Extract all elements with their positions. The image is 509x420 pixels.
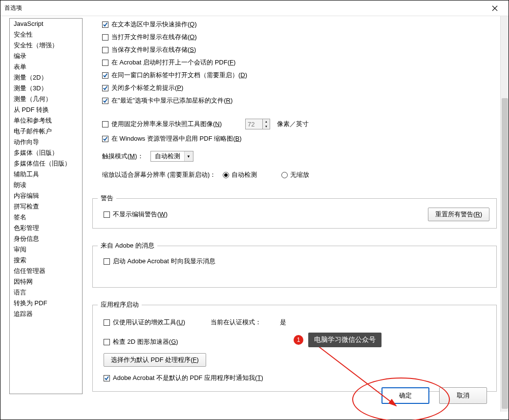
sidebar-item[interactable]: 身份信息: [10, 233, 82, 244]
sidebar-item[interactable]: 单位和参考线: [10, 115, 82, 126]
sidebar-item[interactable]: 从 PDF 转换: [10, 105, 82, 115]
checkbox-icon: [104, 319, 110, 326]
sidebar-item[interactable]: 多媒体（旧版）: [10, 147, 82, 158]
row-fixed-resolution: 使用固定分辨率来显示快照工具图像(N) ▲▼ 像素／英寸: [102, 116, 497, 132]
spin-up-icon[interactable]: ▲: [263, 119, 270, 124]
checkbox-icon: [104, 339, 110, 345]
chk-show-adobe-messages[interactable]: 启动 Adobe Acrobat 时向我显示消息: [104, 255, 489, 268]
sidebar-item[interactable]: 转换为 PDF: [10, 298, 82, 309]
chk-open-in-tabs[interactable]: 在同一窗口的新标签中打开文档（需要重启）(D): [102, 69, 497, 82]
reset-warnings-button[interactable]: 重置所有警告(R): [428, 208, 489, 221]
resolution-field[interactable]: [246, 121, 262, 128]
sidebar-item[interactable]: 签名: [10, 212, 82, 223]
preferences-window: 首选项 JavaScript安全性安全性（增强）编录表单测量（2D）测量（3D）…: [0, 0, 509, 420]
row-touch-mode: 触摸模式(M)： 自动检测 ▼: [102, 149, 497, 164]
sidebar-item[interactable]: 信任管理器: [10, 266, 82, 276]
sidebar-item[interactable]: 审阅: [10, 244, 82, 255]
checkbox-icon: [102, 47, 108, 53]
checkbox-icon: [104, 258, 110, 265]
sidebar-item[interactable]: 因特网: [10, 276, 82, 287]
zoom-label: 缩放以适合屏幕分辨率 (需要重新启动)：: [102, 170, 216, 179]
sidebar-item[interactable]: 测量（几何）: [10, 94, 82, 105]
sidebar-item[interactable]: 追踪器: [10, 309, 82, 319]
checkbox-icon: [102, 21, 108, 28]
spin-down-icon[interactable]: ▼: [263, 124, 270, 129]
chk-prompt-close-tabs[interactable]: 关闭多个标签之前提示(P): [102, 82, 497, 94]
row-zoom-mode: 缩放以适合屏幕分辨率 (需要重新启动)： 自动检测 无缩放: [102, 168, 497, 181]
footer-buttons: 确定 取消: [382, 387, 487, 404]
sidebar-item[interactable]: 动作向导: [10, 137, 82, 147]
chk-save-online-storage[interactable]: 当保存文件时显示在线存储(S): [102, 43, 497, 56]
spinner[interactable]: ▲▼: [262, 119, 270, 129]
radio-icon: [223, 172, 229, 178]
touch-mode-value: 自动检测: [151, 152, 184, 161]
annotation-label: 电脑学习微信公众号: [308, 333, 382, 347]
close-icon: [492, 5, 498, 11]
scrollbar[interactable]: [500, 16, 509, 412]
sidebar-item[interactable]: 安全性: [10, 29, 82, 40]
ok-button[interactable]: 确定: [382, 387, 429, 404]
chk-open-online-storage[interactable]: 当打开文件时显示在线存储(O): [102, 31, 497, 43]
group-adobe-messages: 来自 Adobe 的消息 启动 Adobe Acrobat 时向我显示消息: [92, 241, 497, 288]
checkbox-icon: [102, 72, 108, 79]
sidebar-item[interactable]: 搜索: [10, 255, 82, 266]
cancel-button[interactable]: 取消: [439, 387, 487, 404]
radio-auto-detect[interactable]: 自动检测: [223, 170, 257, 179]
window-title: 首选项: [4, 4, 485, 12]
sidebar-item[interactable]: 电子邮件帐户: [10, 126, 82, 137]
touch-label: 触摸模式(M)：: [102, 152, 144, 161]
checkbox-icon: [104, 211, 110, 218]
checkbox-icon: [102, 34, 108, 41]
checkbox-icon: [102, 136, 108, 142]
resolution-unit: 像素／英寸: [277, 120, 309, 128]
chevron-down-icon: ▼: [184, 151, 193, 161]
sidebar-item[interactable]: 语言: [10, 287, 82, 298]
sidebar-item[interactable]: 编录: [10, 51, 82, 62]
legend-app-startup: 应用程序启动: [98, 300, 142, 309]
auth-mode-label: 当前在认证模式：: [211, 318, 261, 327]
chk-text-selection-quick-actions[interactable]: 在文本选区中显示快速操作(Q): [102, 18, 497, 31]
sidebar-item[interactable]: 色彩管理: [10, 223, 82, 233]
checkbox-icon: [102, 85, 108, 91]
radio-no-zoom[interactable]: 无缩放: [281, 170, 309, 179]
sidebar-item[interactable]: 内容编辑: [10, 190, 82, 201]
touch-mode-select[interactable]: 自动检测 ▼: [150, 151, 193, 162]
checkbox-icon: [102, 121, 108, 127]
close-button[interactable]: [485, 1, 505, 16]
scrollbar-thumb[interactable]: [502, 98, 508, 409]
chk-fixed-resolution[interactable]: 使用固定分辨率来显示快照工具图像(N): [102, 118, 222, 130]
checkbox-icon: [102, 60, 108, 66]
sidebar-item[interactable]: 测量（3D）: [10, 83, 82, 94]
chk-hide-edit-warning[interactable]: 不显示编辑警告(W): [104, 208, 168, 221]
annotation: 1 电脑学习微信公众号: [294, 333, 382, 347]
chk-enable-thumbnails[interactable]: 在 Windows 资源管理器中启用 PDF 缩略图(B): [102, 132, 497, 145]
sidebar-item[interactable]: 测量（2D）: [10, 72, 82, 83]
sidebar-item[interactable]: 拼写检查: [10, 201, 82, 212]
group-warning: 警告 不显示编辑警告(W) 重置所有警告(R): [92, 194, 497, 229]
chk-reopen-last-session[interactable]: 在 Acrobat 启动时打开上一个会话的 PDF(F): [102, 56, 497, 69]
titlebar: 首选项: [0, 0, 509, 16]
annotation-number-icon: 1: [294, 335, 303, 345]
resolution-input[interactable]: ▲▼: [245, 119, 270, 129]
sidebar-item[interactable]: 表单: [10, 62, 82, 72]
legend-warning: 警告: [98, 194, 116, 203]
chk-notify-not-default[interactable]: Adobe Acrobat 不是默认的 PDF 应用程序时通知我(T): [104, 372, 489, 384]
sidebar-item[interactable]: 多媒体信任（旧版）: [10, 158, 82, 169]
auth-mode-value: 是: [280, 318, 286, 327]
body: JavaScript安全性安全性（增强）编录表单测量（2D）测量（3D）测量（几…: [0, 16, 509, 420]
checkbox-icon: [102, 98, 108, 104]
legend-adobe-messages: 来自 Adobe 的消息: [98, 241, 157, 250]
chk-show-starred-recent[interactable]: 在"最近"选项卡中显示已添加星标的文件(R): [102, 94, 497, 107]
sidebar[interactable]: JavaScript安全性安全性（增强）编录表单测量（2D）测量（3D）测量（几…: [9, 18, 83, 394]
checkbox-icon: [104, 375, 110, 381]
sidebar-item[interactable]: 朗读: [10, 180, 82, 190]
sidebar-item[interactable]: 辅助工具: [10, 169, 82, 180]
sidebar-item[interactable]: 安全性（增强）: [10, 40, 82, 51]
radio-icon: [281, 172, 288, 178]
sidebar-item[interactable]: JavaScript: [10, 19, 82, 29]
set-default-pdf-handler-button[interactable]: 选择作为默认 PDF 处理程序(F): [104, 353, 206, 367]
chk-certified-plugins-only[interactable]: 仅使用认证的增效工具(U): [104, 316, 185, 329]
